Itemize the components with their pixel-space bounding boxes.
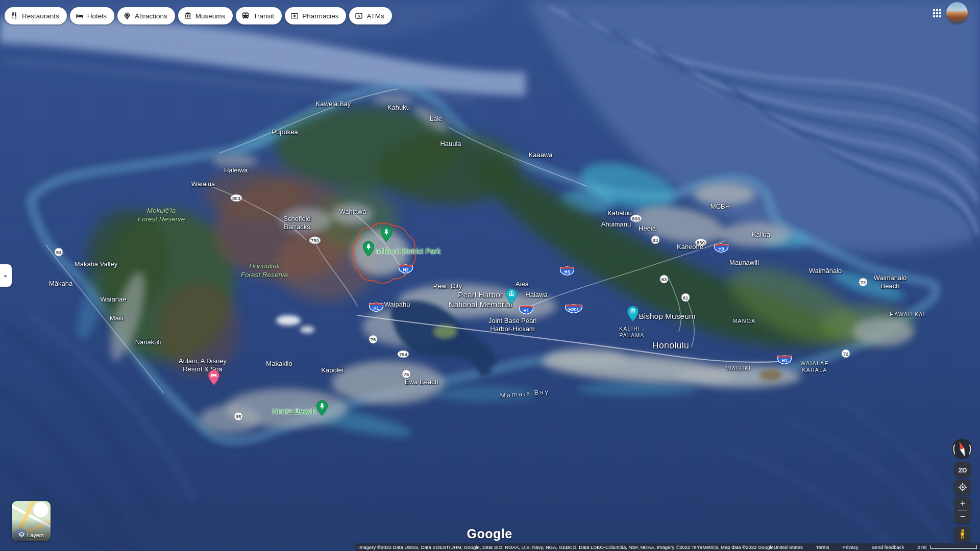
map-label-aiea[interactable]: Aiea [516, 280, 529, 288]
compass-control[interactable] [951, 438, 973, 460]
map-label-waimanalo-beach[interactable]: WaimanaloBeach [874, 274, 907, 291]
map-label-waipahu[interactable]: Waipahu [384, 300, 410, 309]
2d-view-button[interactable]: 2D [954, 462, 971, 478]
map-label-m-kaha[interactable]: Mākaha [49, 280, 72, 288]
scale-bar [930, 545, 977, 549]
chip-museums[interactable]: Museums [178, 7, 233, 24]
route-shield-764: 764 [398, 350, 409, 358]
account-avatar[interactable] [946, 2, 968, 23]
map-label-nimitz-beach[interactable]: Nimitz Beach [272, 407, 315, 416]
map-label-bishop-museum[interactable]: Bishop Museum [639, 311, 695, 321]
chip-attractions[interactable]: Attractions [117, 7, 175, 24]
map-label-pupukea[interactable]: Pupukea [272, 128, 298, 136]
map-label-ahuimanu[interactable]: Ahuimanu [601, 220, 631, 229]
map-label-manoa[interactable]: MANOA [732, 318, 755, 324]
route-shield-61: 61 [681, 293, 690, 302]
chip-pharmacies[interactable]: Pharmacies [285, 7, 346, 24]
attribution-text: Imagery ©2022 Data USGS, Data SOEST/UHM,… [358, 544, 774, 550]
route-shield-750: 750 [309, 237, 321, 244]
attribution-bar: Imagery ©2022 Data USGS, Data SOEST/UHM,… [356, 543, 980, 551]
map-label-kawela-bay[interactable]: Kawela Bay [316, 100, 351, 108]
map-label-kahuku[interactable]: Kahuku [387, 104, 410, 112]
route-shield-h1: H1 [519, 305, 534, 317]
zoom-out-button[interactable]: − [954, 511, 971, 524]
map-label-kahaluu[interactable]: Kahaluu [607, 209, 632, 217]
zoom-control: + − [954, 497, 971, 523]
map-label-kaaawa[interactable]: Kaaawa [529, 151, 553, 159]
map-label-hawaii-kai[interactable]: HAWAII KAI [890, 311, 925, 318]
chip-label: Restaurants [22, 12, 59, 20]
map-label-maunawili[interactable]: Maunawili [729, 259, 759, 267]
map-label-makaha-valley[interactable]: Makaha Valley [75, 260, 117, 268]
map-label-n-n-kuli[interactable]: Nānākuli [135, 338, 161, 346]
map-label-waim-nalo[interactable]: Waimānalo [809, 267, 842, 275]
map-label-kaneohe[interactable]: Kaneohe [677, 243, 703, 251]
map-label-laie[interactable]: Laie [430, 115, 443, 123]
lodging-pin[interactable] [208, 369, 220, 388]
chip-label: Attractions [135, 12, 167, 20]
layers-control[interactable]: Layers [12, 501, 51, 541]
map-label-hauula[interactable]: Hauula [440, 140, 461, 148]
map-label-pearl-harbor-national-memorial[interactable]: Pearl HarborNational Memorial [449, 290, 512, 310]
footer-link-united-states[interactable]: United States [774, 544, 803, 550]
chip-label: Hotels [87, 12, 107, 20]
route-shield-h1: H1 [777, 355, 792, 367]
chip-restaurants[interactable]: Restaurants [5, 7, 67, 24]
map-label-honouliuli-forest-reserve: HonouliuliForest Reserve [241, 262, 288, 280]
chip-atms[interactable]: $ATMs [349, 7, 391, 24]
side-panel-expand-button[interactable]: ▸ [0, 264, 12, 287]
map-label-wahiawa[interactable]: Wahiawa [339, 208, 366, 216]
map-label-schofield-barracks[interactable]: SchofieldBarracks [283, 215, 310, 232]
pegman-icon [959, 529, 966, 539]
map-label-mcbh[interactable]: MCBH [710, 203, 730, 211]
map-label-kailua[interactable]: Kailua [752, 231, 770, 239]
chip-label: Museums [195, 12, 226, 20]
map-label-waianae[interactable]: Waianae [101, 295, 127, 304]
map-label-waialae-kahala[interactable]: WAIALAEKAHALA [800, 360, 828, 373]
route-shield-h3: H3 [714, 243, 729, 255]
footer-link-privacy[interactable]: Privacy [843, 544, 859, 550]
route-shield-803: 803 [231, 194, 242, 202]
footer-link-send-feedback[interactable]: Send feedback [872, 544, 904, 550]
attractions-icon [123, 12, 131, 20]
hotels-icon [76, 12, 84, 20]
atms-icon: $ [355, 12, 363, 20]
satellite-map-canvas[interactable] [0, 0, 980, 551]
map-label-haleiwa[interactable]: Haleiwa [224, 166, 248, 174]
zoom-in-button[interactable]: + [954, 497, 971, 510]
route-shield-83: 83 [651, 236, 660, 244]
chip-hotels[interactable]: Hotels [70, 7, 114, 24]
map-label-halawa[interactable]: Halawa [525, 291, 547, 299]
pegman-button[interactable] [954, 527, 971, 542]
svg-text:$: $ [358, 14, 360, 18]
map-label-waialua[interactable]: Waialua [191, 180, 215, 188]
footer-link-terms[interactable]: Terms [816, 544, 829, 550]
map-label-ewa-beach[interactable]: Ewa Beach [405, 378, 438, 386]
route-shield-93: 93 [55, 248, 63, 257]
route-shield-h3: H3 [559, 266, 575, 278]
map-label-kalihi-palama[interactable]: KALIHI -PALAMA [619, 325, 645, 339]
museums-icon [184, 12, 192, 20]
route-shield-h1: H1 [369, 303, 384, 314]
my-location-button[interactable] [954, 480, 971, 495]
map-label-kapolei[interactable]: Kapolei [321, 366, 343, 374]
museum-pin[interactable] [627, 306, 639, 324]
map-label-maili[interactable]: Maili [110, 314, 124, 322]
map-label-honolulu[interactable]: Honolulu [652, 340, 689, 352]
map-label-heeia[interactable]: Heeia [639, 224, 656, 233]
transit-icon [241, 12, 250, 20]
map-label-makakilo[interactable]: Makakilo [266, 360, 292, 368]
map-label-joint-base-pearl-harbor-hickam[interactable]: Joint Base PearlHarbor-Hickam [488, 317, 537, 334]
layers-icon [18, 532, 25, 538]
chip-transit[interactable]: Transit [236, 7, 282, 24]
park-pin[interactable] [380, 226, 393, 244]
google-apps-button[interactable] [928, 4, 946, 22]
museum-pin[interactable] [505, 288, 518, 307]
map-label-mililani-district-park[interactable]: Mililani District Park [376, 246, 441, 256]
pharmacies-icon [290, 12, 299, 20]
map-label-waikiki[interactable]: WAIKIKI [726, 365, 751, 372]
google-logo[interactable]: Google [467, 527, 512, 541]
park-pin[interactable] [362, 241, 375, 259]
my-location-icon [958, 483, 967, 492]
park-pin[interactable] [316, 400, 328, 418]
